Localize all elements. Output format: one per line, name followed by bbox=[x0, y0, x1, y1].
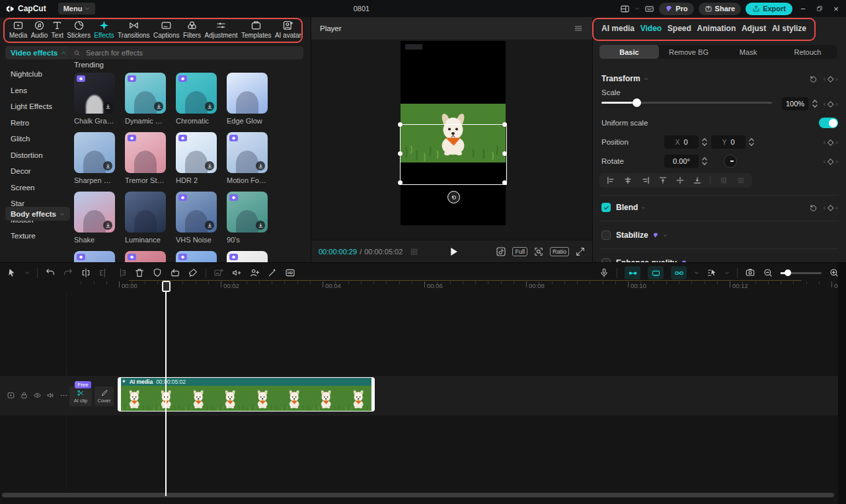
effect-tile-luminance[interactable] bbox=[125, 192, 166, 233]
toolbar-item-filters[interactable]: Filters bbox=[183, 20, 201, 39]
layout-toggle-icon[interactable] bbox=[620, 4, 630, 14]
category-nightclub[interactable]: Nightclub bbox=[0, 66, 69, 83]
play-button[interactable] bbox=[447, 246, 459, 258]
align-center-horizontal-icon[interactable] bbox=[623, 176, 633, 185]
selection-handle[interactable] bbox=[398, 151, 403, 156]
blend-checkbox[interactable] bbox=[601, 203, 611, 212]
menu-button[interactable]: Menu bbox=[58, 3, 96, 15]
tab-adjust[interactable]: Adjust bbox=[742, 24, 766, 33]
tab-video[interactable]: Video bbox=[640, 24, 662, 33]
track-type-icon[interactable] bbox=[7, 391, 15, 400]
effect-tile[interactable]: ◆ bbox=[125, 251, 166, 262]
toolbar-item-audio[interactable]: Audio bbox=[31, 20, 48, 39]
clip-trim-handle-right[interactable] bbox=[371, 377, 375, 412]
stabilize-title[interactable]: Stabilize bbox=[616, 231, 668, 240]
mute-track-icon[interactable] bbox=[46, 391, 55, 400]
scale-stepper[interactable] bbox=[811, 98, 819, 110]
reset-icon[interactable] bbox=[809, 203, 818, 212]
selection-handle[interactable] bbox=[502, 151, 507, 156]
align-left-icon[interactable] bbox=[606, 176, 615, 185]
keyframe-nav[interactable]: ‹◇› bbox=[823, 99, 838, 108]
rotate-knob[interactable] bbox=[724, 155, 737, 168]
rotate-value[interactable]: 0.00° bbox=[664, 155, 699, 168]
category-light-effects[interactable]: Light Effects bbox=[0, 98, 69, 115]
share-button[interactable]: Share bbox=[699, 3, 742, 15]
effects-search[interactable] bbox=[68, 46, 303, 59]
magnetic-snap-toggle[interactable] bbox=[625, 266, 640, 279]
delete-left-button[interactable] bbox=[98, 268, 109, 278]
ratio-button[interactable]: Ratio bbox=[550, 247, 569, 256]
category-screen[interactable]: Screen bbox=[0, 180, 69, 196]
ai-clip-button[interactable]: AI clip bbox=[69, 386, 92, 406]
close-button[interactable]: × bbox=[830, 4, 842, 14]
segment-basic[interactable]: Basic bbox=[599, 45, 659, 59]
chevron-down-icon[interactable] bbox=[24, 270, 30, 275]
effect-tile-90-s[interactable]: ◆ bbox=[227, 192, 268, 233]
link-toggle[interactable] bbox=[671, 266, 687, 279]
delete-button[interactable] bbox=[134, 268, 145, 278]
effect-tile-motion-focus[interactable]: ◆ bbox=[227, 132, 268, 173]
tab-speed[interactable]: Speed bbox=[668, 24, 691, 33]
download-icon[interactable] bbox=[205, 161, 214, 170]
position-y-stepper[interactable] bbox=[748, 136, 755, 148]
tab-animation[interactable]: Animation bbox=[697, 24, 736, 33]
selection-handle[interactable] bbox=[502, 122, 507, 127]
toolbar-item-text[interactable]: Text bbox=[52, 20, 63, 39]
preview-axis-toggle[interactable] bbox=[648, 266, 664, 279]
toolbar-item-ai-avatar[interactable]: AI avatar bbox=[275, 20, 301, 39]
search-input[interactable] bbox=[85, 48, 298, 57]
mirror-button[interactable] bbox=[188, 268, 198, 278]
minimize-button[interactable]: − bbox=[797, 4, 809, 14]
effect-tile[interactable]: ◆ bbox=[227, 251, 268, 262]
toolbar-item-media[interactable]: Media bbox=[9, 20, 27, 39]
player-menu-icon[interactable] bbox=[574, 24, 583, 33]
align-middle-vertical-icon[interactable] bbox=[675, 176, 685, 185]
body-effects-dropdown[interactable]: Body effects bbox=[5, 207, 70, 221]
scale-slider-knob[interactable] bbox=[633, 98, 641, 107]
pro-button[interactable]: Pro bbox=[659, 3, 693, 15]
keyframe-nav[interactable]: ‹◇› bbox=[823, 203, 838, 212]
toolbar-item-transitions[interactable]: Transitions bbox=[118, 20, 150, 39]
chevron-down-icon[interactable] bbox=[694, 270, 699, 275]
timeline-zoom-slider[interactable] bbox=[781, 272, 822, 274]
tab-ai-media[interactable]: AI media bbox=[601, 24, 634, 33]
keyframe-nav[interactable]: ‹◇› bbox=[823, 157, 838, 166]
zoom-out-icon[interactable] bbox=[763, 268, 773, 278]
rotate-stepper[interactable] bbox=[701, 155, 709, 167]
effect-tile-edge-glow[interactable] bbox=[227, 73, 268, 114]
segment-mask[interactable]: Mask bbox=[718, 45, 778, 59]
category-retro[interactable]: Retro bbox=[0, 115, 69, 131]
record-voiceover-button[interactable] bbox=[599, 268, 609, 278]
tiktok-preview-icon[interactable] bbox=[496, 246, 506, 257]
time-ruler[interactable]: 00:0000:0200:0400:0600:0800:1000:1200:14 bbox=[0, 281, 838, 292]
toolbar-item-captions[interactable]: Captions bbox=[153, 20, 179, 39]
effect-tile-shake[interactable] bbox=[74, 192, 115, 233]
redo-button[interactable] bbox=[63, 268, 73, 278]
category-texture[interactable]: Texture bbox=[0, 228, 69, 244]
clip-trim-handle-left[interactable] bbox=[118, 377, 121, 412]
export-frame-button[interactable] bbox=[213, 268, 224, 278]
download-icon[interactable] bbox=[103, 161, 112, 170]
smart-edit-button[interactable] bbox=[267, 268, 278, 278]
fullscreen-icon[interactable] bbox=[575, 246, 586, 257]
video-effects-dropdown[interactable]: Video effects bbox=[5, 46, 71, 59]
tab-ai-stylize[interactable]: AI stylize bbox=[772, 24, 806, 33]
uniform-scale-toggle[interactable] bbox=[819, 118, 838, 128]
chevron-down-icon[interactable] bbox=[724, 270, 730, 275]
effect-tile-dynamic-blur[interactable]: ◆ bbox=[125, 73, 166, 114]
selection-handle[interactable] bbox=[398, 122, 403, 127]
scale-slider[interactable] bbox=[601, 102, 772, 104]
timeline-preview-button[interactable] bbox=[745, 268, 755, 278]
rotate-handle[interactable] bbox=[447, 191, 460, 203]
effect-tile-tremor-strobe[interactable]: ◆ bbox=[125, 132, 166, 173]
download-icon[interactable] bbox=[103, 221, 112, 230]
hd-button[interactable]: HD bbox=[285, 268, 295, 278]
download-icon[interactable] bbox=[103, 102, 112, 111]
reverse-button[interactable] bbox=[170, 268, 180, 278]
effect-tile-chalk-graffiti[interactable]: ◆ bbox=[74, 73, 115, 114]
select-tool[interactable] bbox=[7, 268, 17, 278]
lock-track-icon[interactable] bbox=[20, 391, 28, 400]
effect-tile-vhs-noise[interactable]: ◆ bbox=[176, 192, 217, 233]
stabilize-checkbox[interactable] bbox=[601, 231, 611, 240]
category-distortion[interactable]: Distortion bbox=[0, 147, 69, 164]
